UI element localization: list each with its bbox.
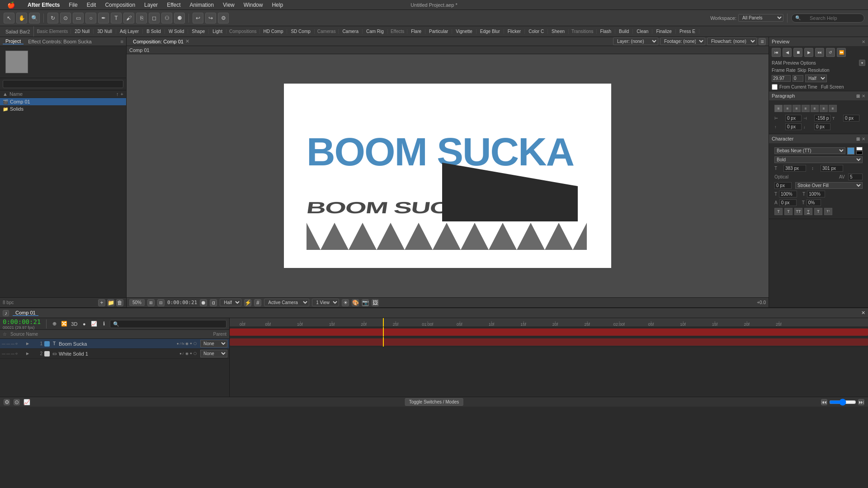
viewer-snap-btn[interactable]: ⊟ [157,299,165,306]
align-right[interactable]: ≡ [793,105,801,112]
tool-roto[interactable]: ⚇ [161,13,172,23]
tool-eraser[interactable]: ◻ [149,13,160,23]
tool-text[interactable]: T [111,13,122,23]
paragraph-close[interactable]: ✕ [862,94,865,99]
project-tab[interactable]: Project [3,38,24,44]
indent-right-input[interactable] [814,115,830,122]
timeline-nav-start[interactable]: ⏮ [821,399,827,405]
resolution-select[interactable]: Half Full Third Quarter [805,75,827,82]
preset-finalize[interactable]: Finalize [652,29,675,34]
tool-clone[interactable]: ⎘ [136,13,147,23]
layer1-expand[interactable]: ▶ [26,342,33,346]
active-camera-select[interactable]: Active Camera [264,299,309,306]
style-btn-all-caps[interactable]: T [774,208,783,215]
l1-mb-sw[interactable]: ◉ [185,342,189,346]
app-name[interactable]: After Effects [24,1,63,9]
new-item-btn[interactable]: + [98,299,105,306]
loop-btn[interactable]: ↺ [826,48,835,57]
preset-edge-blur[interactable]: Edge Blur [476,29,504,34]
align-left[interactable]: ≡ [774,105,783,112]
layer-row-boom-sucka[interactable]: — — — ○ ▶ 1 T Boom Sucka ● / fx ◉ [0,339,229,349]
preset-build[interactable]: Build [615,29,633,34]
tool-render[interactable]: ⚙ [218,13,229,23]
layer-row-white-solid[interactable]: — — — ○ ▶ 2 ▭ White Solid 1 ● / ◉ [0,349,229,359]
layer2-solo[interactable]: ○ [15,352,18,356]
timeline-zoom-slider[interactable] [829,399,856,406]
preset-sheen[interactable]: Sheen [548,29,569,34]
preview-header[interactable]: Preview ✕ [769,37,868,46]
character-header[interactable]: Character ⊞ ✕ [769,134,868,143]
preset-3d-null[interactable]: 3D Null [94,29,116,34]
toggle-switches-modes[interactable]: Toggle Switches / Modes [405,398,463,406]
motion-blur-btn[interactable]: ● [80,320,88,328]
tool-arrow[interactable]: ↖ [4,13,14,23]
ruler-playhead[interactable] [383,318,384,327]
v-scale-input[interactable] [807,191,825,197]
layer2-color[interactable] [44,351,50,357]
text-color-swatch[interactable] [847,147,854,155]
character-expand[interactable]: ⊞ [856,136,860,141]
l1-adj-sw[interactable]: ✦ [189,342,193,346]
preset-sd-comp[interactable]: SD Comp [287,29,314,34]
preset-color-c[interactable]: Color C [525,29,548,34]
character-close[interactable]: ✕ [862,136,865,141]
preset-adj-layer[interactable]: Adj Layer [116,29,143,34]
menu-layer[interactable]: Layer [141,1,161,9]
l2-mb-sw[interactable]: ◉ [185,352,189,356]
font-size-input[interactable] [783,165,806,172]
preset-flash[interactable]: Flash [597,29,615,34]
apple-menu[interactable]: 🍎 [4,0,19,9]
panel-menu-btn[interactable]: ≡ [121,39,123,44]
view-count-select[interactable]: 1 View [312,299,339,306]
timeline-audio-btn[interactable]: ♪ [3,310,9,316]
preset-camera[interactable]: Camera [339,29,363,34]
preset-2d-null[interactable]: 2D Null [71,29,94,34]
menu-edit[interactable]: Edit [83,1,100,9]
indent-left-input[interactable] [785,115,802,122]
tracking-input[interactable] [848,174,863,180]
menu-view[interactable]: View [219,1,238,9]
viewer-snapshot-btn[interactable]: 📷 [362,299,369,306]
preset-shape[interactable]: Shape [188,29,209,34]
preset-w-solid[interactable]: W Solid [165,29,188,34]
flowchart-dropdown[interactable]: Flowchart: (none) [707,38,757,45]
viewer-zoom-btn[interactable]: 50% [129,299,145,306]
folder-btn[interactable]: 📁 [107,299,114,306]
comp-timeline-tab[interactable]: Comp 01 [13,310,38,316]
info-btn[interactable]: ℹ [100,320,108,328]
step-back-btn[interactable]: ◀ [783,48,792,57]
viewer-settings-btn[interactable]: ≡ [759,38,766,45]
l2-3d-sw[interactable]: ⬡ [193,352,197,356]
track2-bar[interactable] [230,338,868,346]
menu-effect[interactable]: Effect [163,1,184,9]
tool-hand[interactable]: ✋ [16,13,27,23]
l2-cont-sw[interactable]: / [183,352,184,356]
align-center[interactable]: ≡ [783,105,792,112]
l1-shy-sw[interactable]: ● [177,342,179,346]
fill-color-swatch[interactable] [856,147,863,150]
viewer-fit-btn[interactable]: ⊞ [147,299,155,306]
tool-rect-mask[interactable]: ▭ [73,13,84,23]
preset-b-solid[interactable]: B Solid [143,29,165,34]
track1-bar[interactable] [230,328,868,336]
space-after-input[interactable] [814,123,830,130]
l1-cont-sw[interactable]: / [180,342,181,346]
viewer-color-btn[interactable]: 🎨 [352,299,359,306]
stroke-color-swatch[interactable] [856,151,863,155]
comp-viewer-tab[interactable]: Composition: Comp 01 ✕ [129,38,193,44]
skip-input[interactable] [793,75,803,82]
tool-pen[interactable]: ✒ [98,13,109,23]
l1-fx-sw[interactable]: fx [182,342,184,346]
project-item-comp01[interactable]: 🎬 Comp 01 [0,98,126,105]
layer-dropdown[interactable]: Layer: (none) [613,38,658,45]
tool-undo[interactable]: ↩ [193,13,203,23]
effect-controls-tab[interactable]: Effect Controls: Boom Sucka [25,39,94,44]
preset-clean[interactable]: Clean [633,29,652,34]
ram-preview-dropdown[interactable]: ▾ [859,60,865,66]
l2-adj-sw[interactable]: ✦ [189,352,193,356]
prev-keyframe-btn[interactable]: ⏮ [772,48,781,57]
tool-zoom[interactable]: 🔍 [29,13,40,23]
menu-animation[interactable]: Animation [186,1,217,9]
quality-select[interactable]: Half [220,299,241,306]
project-search[interactable] [3,80,123,88]
